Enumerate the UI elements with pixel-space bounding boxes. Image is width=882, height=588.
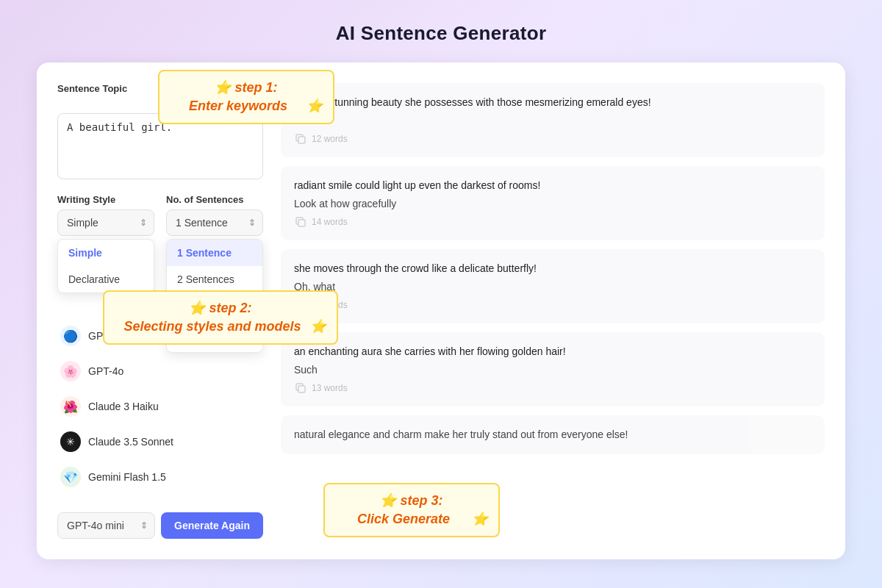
sentences-select-wrapper: 1 Sentence 2 Sentences 3 Sentences 5 Sen… <box>166 209 263 236</box>
sentence-opt-3[interactable]: 3 Sentences <box>167 299 262 326</box>
model-item-claude-sonnet[interactable]: ✳ Claude 3.5 Sonnet <box>57 427 263 456</box>
model-name-gemini: Gemini Flash 1.5 <box>88 471 166 483</box>
controls-row: Writing Style Simple Declarative ⇕ Simpl… <box>57 194 263 236</box>
model-icon-claude-haiku: 🌺 <box>60 396 81 417</box>
result-meta-2: 14 words <box>294 215 811 229</box>
svg-rect-3 <box>298 386 305 392</box>
model-item-gemini[interactable]: 💎 Gemini Flash 1.5 <box>57 462 263 492</box>
model-item-gpt4o[interactable]: 🌸 GPT-4o <box>57 356 263 386</box>
bottom-model-select[interactable]: GPT-4o mini GPT-4o Claude 3 Haiku Claude… <box>57 512 155 539</box>
model-name-claude-sonnet: Claude 3.5 Sonnet <box>88 436 173 448</box>
result-sub-1: Her <box>294 115 811 126</box>
page-title: AI Sentence Generator <box>336 22 547 45</box>
model-icon-gemini: 💎 <box>60 467 81 487</box>
result-main-3: she moves through the crowd like a delic… <box>294 261 811 276</box>
result-main-5: natural elegance and charm make her trul… <box>294 427 811 442</box>
result-card-1: What a stunning beauty she possesses wit… <box>281 83 825 157</box>
result-main-2: radiant smile could light up even the da… <box>294 178 811 193</box>
result-main-1: What a stunning beauty she possesses wit… <box>294 95 811 110</box>
word-count-4: 13 words <box>312 383 348 393</box>
svg-rect-2 <box>298 303 305 309</box>
svg-rect-0 <box>298 137 305 143</box>
model-name-gpt4o: GPT-4o <box>88 365 123 377</box>
model-icon-gptmini-top: 🔵 <box>60 326 81 346</box>
svg-rect-1 <box>298 220 305 226</box>
result-card-5: natural elegance and charm make her trul… <box>281 415 825 454</box>
word-count-3: 11 words <box>312 300 348 310</box>
bottom-model-wrapper: GPT-4o mini GPT-4o Claude 3 Haiku Claude… <box>57 512 155 539</box>
model-name-gptmini-top: GPT-4o mini <box>88 330 146 342</box>
sentences-dropdown: 1 Sentence 2 Sentences 3 Sentences 5 Sen… <box>166 239 263 353</box>
result-meta-4: 13 words <box>294 381 811 395</box>
char-count: /5000 <box>241 83 263 93</box>
right-panel: What a stunning beauty she possesses wit… <box>281 83 825 539</box>
sentences-group: No. of Sentences 1 Sentence 2 Sentences … <box>166 194 263 236</box>
writing-style-select[interactable]: Simple Declarative <box>57 209 154 236</box>
copy-icon-2[interactable] <box>294 215 307 229</box>
style-option-declarative[interactable]: Declarative <box>58 266 154 293</box>
result-sub-4: Such <box>294 364 811 376</box>
topic-label: Sentence Topic <box>57 83 127 94</box>
result-card-3: she moves through the crowd like a delic… <box>281 249 825 323</box>
result-card-4: an enchanting aura she carries with her … <box>281 332 825 406</box>
sentence-opt-1[interactable]: 1 Sentence <box>167 240 262 266</box>
result-meta-3: 11 words <box>294 298 811 312</box>
topic-textarea[interactable]: A beautiful girl. <box>57 113 263 179</box>
writing-style-group: Writing Style Simple Declarative ⇕ Simpl… <box>57 194 154 236</box>
result-meta-1: 12 words <box>294 132 811 146</box>
main-container: Sentence Topic /5000 A beautiful girl. W… <box>37 62 845 559</box>
result-card-2: radiant smile could light up even the da… <box>281 166 825 240</box>
sentence-opt-2[interactable]: 2 Sentences <box>167 266 262 293</box>
sentences-label: No. of Sentences <box>166 194 263 205</box>
sentence-opt-5[interactable]: 5 Sentences <box>167 326 262 352</box>
word-count-1: 12 words <box>312 134 348 144</box>
copy-icon-3[interactable] <box>294 298 307 312</box>
model-icon-gpt4o: 🌸 <box>60 361 81 381</box>
writing-style-dropdown: Simple Declarative <box>57 239 154 293</box>
result-main-4: an enchanting aura she carries with her … <box>294 344 811 359</box>
topic-section: Sentence Topic /5000 A beautiful girl. <box>57 83 263 182</box>
result-sub-2: Look at how gracefully <box>294 198 811 209</box>
copy-icon-4[interactable] <box>294 381 307 395</box>
word-count-2: 14 words <box>312 217 348 227</box>
model-name-claude-haiku: Claude 3 Haiku <box>88 401 159 412</box>
result-sub-3: Oh, what <box>294 281 811 293</box>
left-panel: Sentence Topic /5000 A beautiful girl. W… <box>57 83 263 539</box>
bottom-selector: GPT-4o mini GPT-4o Claude 3 Haiku Claude… <box>57 512 263 539</box>
sentences-select[interactable]: 1 Sentence 2 Sentences 3 Sentences 5 Sen… <box>166 209 263 236</box>
writing-style-select-wrapper: Simple Declarative ⇕ Simple Declarative <box>57 209 154 236</box>
model-icon-claude-sonnet: ✳ <box>60 431 81 452</box>
writing-style-label: Writing Style <box>57 194 154 205</box>
generate-button[interactable]: Generate Again <box>161 512 263 539</box>
style-option-simple[interactable]: Simple <box>58 240 154 266</box>
model-item-claude-haiku[interactable]: 🌺 Claude 3 Haiku <box>57 392 263 421</box>
copy-icon-1[interactable] <box>294 132 307 146</box>
